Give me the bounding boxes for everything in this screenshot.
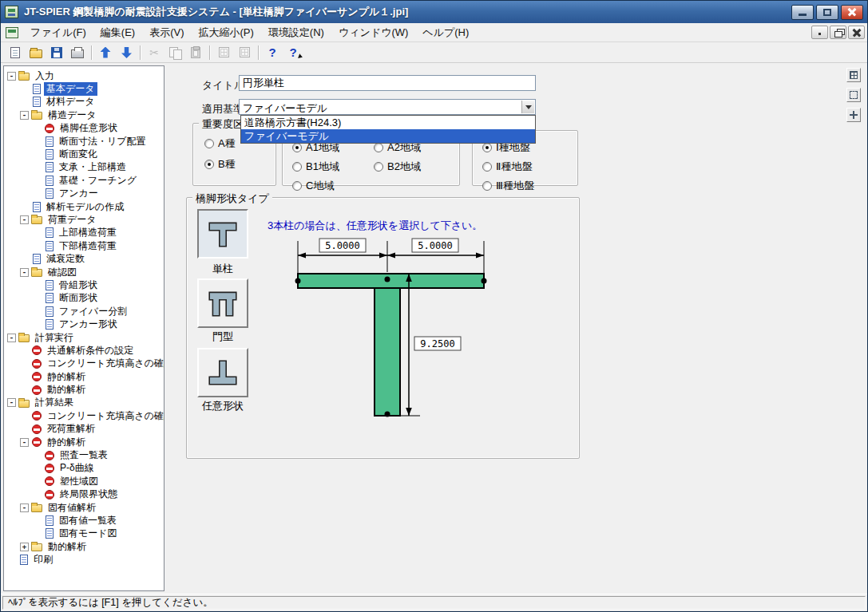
fit-view-button[interactable] — [846, 88, 861, 102]
mdi-minimize-button[interactable] — [811, 26, 828, 39]
collapse-icon[interactable]: - — [20, 111, 29, 120]
tree-item[interactable]: ファイバー分割 — [4, 305, 164, 318]
tree-item[interactable]: 支承・上部構造 — [4, 161, 164, 174]
tree-item-label[interactable]: 断面寸法・リブ配置 — [57, 135, 149, 148]
radio-option[interactable]: Ⅱ種地盤 — [482, 160, 577, 174]
tree-item-label[interactable]: 照査一覧表 — [57, 448, 110, 462]
tree-item-label[interactable]: 上部構造荷重 — [57, 226, 119, 239]
tree-item[interactable]: 上部構造荷重 — [4, 227, 164, 239]
move-up-button[interactable] — [96, 44, 115, 61]
single-column-button[interactable] — [197, 209, 248, 259]
tree-item-label[interactable]: 入力 — [33, 69, 57, 83]
tree-item[interactable]: 減衰定数 — [4, 252, 164, 265]
tree-item-label[interactable]: 塑性域図 — [57, 475, 101, 488]
tree-item-label[interactable]: 基本データ — [44, 82, 97, 96]
tree-item[interactable]: 共通解析条件の設定 — [4, 344, 164, 357]
tree-item[interactable]: 基礎・フーチング — [4, 174, 164, 187]
tree-item-label[interactable]: 静的解析 — [45, 436, 88, 449]
standard-dropdown-list[interactable]: 道路橋示方書(H24.3)ファイバーモデル — [240, 115, 536, 144]
tree-item[interactable]: 材料データ — [4, 96, 164, 109]
tree-item[interactable]: 骨組形状 — [4, 278, 164, 291]
tree-item-label[interactable]: 固有値解析 — [46, 501, 98, 515]
tree-item-label[interactable]: コンクリート充填高さの確認 — [45, 357, 164, 370]
collapse-icon[interactable]: - — [20, 503, 29, 512]
tree-item[interactable]: 橋脚任意形状 — [4, 122, 164, 135]
menu-edit[interactable]: 編集(E) — [93, 23, 142, 42]
tree-item[interactable]: コンクリート充填高さの確認 — [4, 357, 164, 370]
tree-item[interactable]: 断面寸法・リブ配置 — [4, 135, 164, 148]
menu-settings[interactable]: 環境設定(N) — [261, 23, 331, 42]
radio-option[interactable]: B2地域 — [374, 160, 455, 174]
minimize-button[interactable] — [791, 5, 814, 20]
menu-file[interactable]: ファイル(F) — [23, 23, 93, 42]
radio-option[interactable]: B種 — [204, 157, 275, 172]
save-button[interactable] — [47, 44, 66, 61]
tree-item[interactable]: -固有値解析 — [4, 501, 164, 514]
tree-item[interactable]: 固有モード図 — [4, 527, 164, 540]
maximize-button[interactable] — [816, 5, 838, 20]
collapse-icon[interactable]: - — [20, 438, 29, 447]
menu-view[interactable]: 表示(V) — [142, 23, 191, 42]
chevron-down-icon[interactable] — [521, 101, 534, 113]
tree-item[interactable]: 静的解析 — [4, 370, 164, 383]
tree-item-label[interactable]: 橋脚任意形状 — [57, 121, 120, 135]
tree-item[interactable]: 照査一覧表 — [4, 448, 164, 461]
dropdown-option[interactable]: ファイバーモデル — [241, 129, 535, 143]
tree-item-label[interactable]: 基礎・フーチング — [57, 174, 139, 188]
tree-item[interactable]: -計算結果 — [4, 397, 164, 409]
mdi-close-button[interactable] — [848, 26, 865, 39]
tree-item-label[interactable]: ファイバー分割 — [57, 305, 129, 318]
tree-item[interactable]: 下部構造荷重 — [4, 239, 164, 252]
tree-item[interactable]: -計算実行 — [4, 331, 164, 344]
tree-item-label[interactable]: 確認図 — [46, 266, 79, 279]
radio-option[interactable]: C地域 — [292, 179, 374, 193]
arbitrary-shape-button[interactable] — [197, 348, 248, 397]
tree-item[interactable]: 終局限界状態 — [4, 488, 164, 501]
tree-item-label[interactable]: 計算実行 — [33, 331, 76, 345]
tree-item[interactable]: +動的解析 — [4, 540, 164, 553]
move-down-button[interactable] — [117, 44, 136, 61]
grid-view-button[interactable] — [846, 68, 861, 82]
new-document-button[interactable] — [6, 44, 25, 61]
tree-item-label[interactable]: 荷重データ — [46, 213, 99, 227]
tree-item-label[interactable]: 減衰定数 — [44, 252, 87, 266]
tree-item[interactable]: -静的解析 — [4, 436, 164, 448]
tree-item[interactable]: アンカー — [4, 188, 164, 200]
collapse-icon[interactable]: - — [20, 268, 29, 277]
menu-window[interactable]: ウィンドウ(W) — [331, 23, 415, 42]
tree-item-label[interactable]: 計算結果 — [33, 396, 76, 409]
tree-item-label[interactable]: 構造データ — [46, 109, 99, 122]
tree-item-label[interactable]: 断面変化 — [57, 148, 100, 161]
tree-item-label[interactable]: 下部構造荷重 — [57, 239, 119, 253]
mdi-restore-button[interactable] — [830, 26, 846, 39]
tree-item-label[interactable]: アンカー形状 — [57, 318, 120, 331]
tree-item-label[interactable]: 印刷 — [31, 553, 55, 567]
context-help-button[interactable]: ? — [283, 44, 303, 61]
tree-item[interactable]: 死荷重解析 — [4, 423, 164, 436]
tree-item-label[interactable]: 支承・上部構造 — [57, 160, 129, 174]
tree-item-label[interactable]: 固有値一覧表 — [57, 514, 119, 527]
tree-item[interactable]: 固有値一覧表 — [4, 514, 164, 527]
standard-combobox[interactable]: ファイバーモデル — [239, 99, 536, 115]
title-input[interactable] — [239, 75, 536, 91]
menu-zoom[interactable]: 拡大縮小(P) — [192, 23, 261, 42]
tree-item[interactable]: 基本データ — [4, 82, 164, 95]
tree-item[interactable]: 印刷 — [4, 553, 164, 566]
tree-item-label[interactable]: コンクリート充填高さの確認 — [45, 409, 164, 423]
tree-item-label[interactable]: 死荷重解析 — [45, 422, 97, 436]
dropdown-option[interactable]: 道路橋示方書(H24.3) — [241, 116, 535, 129]
tree-item-label[interactable]: 終局限界状態 — [57, 488, 120, 501]
collapse-icon[interactable]: - — [7, 72, 16, 81]
tree-item-label[interactable]: アンカー — [57, 187, 101, 200]
tree-item[interactable]: 塑性域図 — [4, 475, 164, 488]
tree-item-label[interactable]: 断面形状 — [57, 291, 100, 305]
open-file-button[interactable] — [26, 44, 46, 61]
tree-item-label[interactable]: 動的解析 — [46, 540, 89, 554]
tree-item-label[interactable]: 解析モデルの作成 — [44, 200, 126, 214]
help-button[interactable]: ? — [263, 44, 282, 61]
tree-item-label[interactable]: 材料データ — [44, 95, 97, 109]
tree-item-label[interactable]: P-δ曲線 — [57, 461, 97, 475]
radio-option[interactable]: B1地域 — [292, 160, 374, 174]
tree-item-label[interactable]: 共通解析条件の設定 — [45, 344, 136, 357]
tree-item[interactable]: 解析モデルの作成 — [4, 200, 164, 213]
